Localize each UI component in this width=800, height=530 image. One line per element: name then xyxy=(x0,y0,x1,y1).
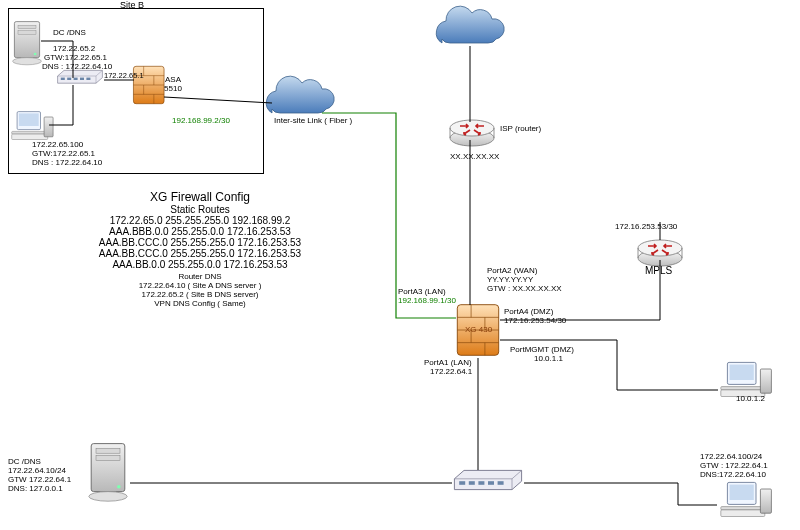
portMgmt-name: PortMGMT (DMZ) xyxy=(510,345,574,354)
siteB-pc-ip: 172.22.65.100 xyxy=(32,140,83,149)
portA3-ip: 192.168.99.1/30 xyxy=(398,296,456,305)
siteB-dc-label: DC /DNS xyxy=(53,28,86,37)
asa-label: ASA 5510 xyxy=(160,75,186,93)
isp-router-icon xyxy=(450,120,494,146)
portA4-name: PortA4 (DMZ) xyxy=(504,307,553,316)
intersite-label: Inter-site Link ( Fiber ) xyxy=(274,116,352,125)
siteA-pc-ip: 172.22.64.100/24 xyxy=(700,452,762,461)
siteA-switch-icon xyxy=(454,470,521,489)
config-block: XG Firewall Config Static Routes 172.22.… xyxy=(65,190,335,308)
config-dns1: 172.22.64.10 ( Site A DNS server ) xyxy=(65,281,335,290)
intersite-cloud-icon xyxy=(266,76,334,113)
siteA-pc-dns: DNS:172.22.64.10 xyxy=(700,470,766,479)
route-3: AAA.BB.CCC.0 255.255.255.0 172.16.253.53 xyxy=(65,248,335,259)
portA2-ip: YY.YY.YY.YY xyxy=(487,275,533,284)
siteA-dc-icon xyxy=(89,444,127,502)
portA4-ip: 172.16.253.54/30 xyxy=(504,316,566,325)
siteB-dc-ip: 172.22.65.2 xyxy=(53,44,95,53)
siteA-dc-ip: 172.22.64.10/24 xyxy=(8,466,66,475)
mgmt-pc-icon xyxy=(721,362,772,396)
portA2-gtw: GTW : XX.XX.XX.XX xyxy=(487,284,562,293)
portA2-name: PortA2 (WAN) xyxy=(487,266,537,275)
config-vpn: VPN DNS Config ( Same) xyxy=(65,299,335,308)
siteB-switch-ip: 172.22.65.1 xyxy=(104,71,144,80)
config-dns2: 172.22.65.2 ( Site B DNS server) xyxy=(65,290,335,299)
siteA-pc-gtw: GTW : 172.22.64.1 xyxy=(700,461,768,470)
isp-label: ISP (router) xyxy=(500,124,541,133)
siteB-dc-gtw: GTW:172.22.65.1 xyxy=(44,53,107,62)
route-0: 172.22.65.0 255.255.255.0 192.168.99.2 xyxy=(65,215,335,226)
config-title: XG Firewall Config xyxy=(65,190,335,204)
asa-wan-ip: 192.168.99.2/30 xyxy=(172,116,230,125)
mpls-ip: 172.16.253.53/30 xyxy=(615,222,677,231)
config-subtitle1: Static Routes xyxy=(65,204,335,215)
site-b-title: Site B xyxy=(120,0,144,10)
portA1-ip: 172.22.64.1 xyxy=(430,367,472,376)
route-4: AAA.BB.0.0 255.255.0.0 172.16.253.53 xyxy=(65,259,335,270)
siteA-dc-label: DC /DNS xyxy=(8,457,41,466)
siteA-dc-gtw: GTW 172.22.64.1 xyxy=(8,475,71,484)
portMgmt-ip: 10.0.1.1 xyxy=(534,354,563,363)
mpls-label: MPLS xyxy=(645,265,672,276)
asa-l2: 5510 xyxy=(164,84,182,93)
asa-l1: ASA xyxy=(165,75,181,84)
mgmtpc-ip: 10.0.1.2 xyxy=(736,394,765,403)
internet-cloud-icon xyxy=(436,6,504,43)
isp-ip: XX.XX.XX.XX xyxy=(450,152,499,161)
siteA-pc-icon xyxy=(721,482,772,516)
siteA-dc-dns: DNS: 127.0.0.1 xyxy=(8,484,63,493)
siteB-dc-dns: DNS : 172.22.64.10 xyxy=(42,62,112,71)
siteB-pc-gtw: GTW:172.22.65.1 xyxy=(32,149,95,158)
portA3-name: PortA3 (LAN) xyxy=(398,287,446,296)
xg-label: XG 430 xyxy=(465,325,492,334)
route-2: AAA.BB.CCC.0 255.255.255.0 172.16.253.53 xyxy=(65,237,335,248)
portA1-name: PortA1 (LAN) xyxy=(424,358,472,367)
config-subtitle2: Router DNS xyxy=(65,272,335,281)
siteB-pc-dns: DNS : 172.22.64.10 xyxy=(32,158,102,167)
route-1: AAA.BBB.0.0 255.255.0.0 172.16.253.53 xyxy=(65,226,335,237)
mpls-router-icon xyxy=(638,240,682,266)
